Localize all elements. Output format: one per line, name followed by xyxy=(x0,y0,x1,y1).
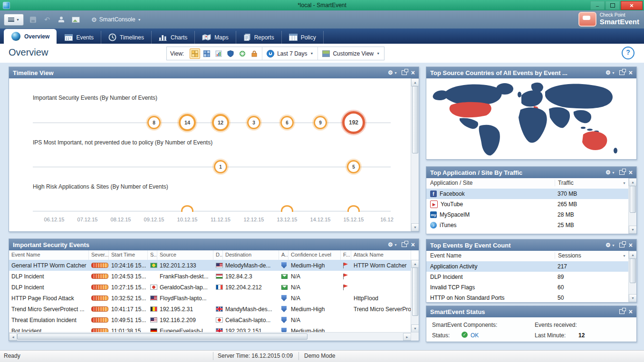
top-event-row[interactable]: Application Activity217 xyxy=(426,261,629,272)
save-button[interactable] xyxy=(28,14,38,25)
scroll-up-button[interactable]: ▲ xyxy=(411,78,419,86)
timeline-event-bubble[interactable]: 9 xyxy=(314,116,327,129)
column-header[interactable]: Sever... xyxy=(89,250,109,260)
tab-policy[interactable]: Policy xyxy=(282,31,324,44)
period-dropdown[interactable]: Last 7 Days▼ xyxy=(262,47,318,60)
tab-reports[interactable]: Reports xyxy=(236,31,282,44)
application-row[interactable]: fFacebook370 MB xyxy=(426,189,629,199)
column-header[interactable]: Source xyxy=(157,250,213,260)
tab-events[interactable]: Events xyxy=(58,31,101,44)
close-button[interactable]: × xyxy=(621,1,643,10)
gear-icon[interactable]: ⚙▼ xyxy=(606,69,615,76)
popout-icon[interactable] xyxy=(619,170,625,175)
popout-icon[interactable] xyxy=(402,70,407,75)
scroll-up-button[interactable]: ▲ xyxy=(411,260,419,268)
menu-button[interactable]: ▼ xyxy=(4,14,24,26)
maximize-button[interactable] xyxy=(606,1,620,10)
view-option-windows[interactable] xyxy=(190,48,200,59)
view-option-ips[interactable] xyxy=(225,48,236,59)
top-event-row[interactable]: DLP Incident89 xyxy=(426,272,629,282)
timeline-event-bubble[interactable]: 14 xyxy=(179,114,196,131)
close-icon[interactable]: × xyxy=(629,69,633,76)
gear-icon[interactable]: ⚙▼ xyxy=(388,69,397,76)
application-row[interactable]: myMySpaceIM28 MB xyxy=(426,210,629,220)
popout-icon[interactable] xyxy=(619,70,625,75)
top-event-row[interactable]: Invalid TCP Flags60 xyxy=(426,282,629,293)
timeline-event-bubble[interactable] xyxy=(181,205,193,212)
tab-charts[interactable]: Charts xyxy=(152,31,195,44)
view-option-tiles[interactable] xyxy=(202,48,212,59)
scroll-down-button[interactable]: ▼ xyxy=(629,294,636,302)
column-header[interactable]: A... xyxy=(279,250,288,260)
column-header[interactable]: Event Name xyxy=(430,252,461,259)
column-header[interactable]: Confidence Level xyxy=(288,250,341,260)
application-row[interactable]: ▶YouTube265 MB xyxy=(426,199,629,210)
sort-dropdown-icon[interactable]: ▼ xyxy=(623,254,626,257)
tab-maps[interactable]: Maps xyxy=(195,31,236,44)
gear-icon[interactable]: ⚙▼ xyxy=(388,241,397,248)
column-header[interactable]: Application / Site xyxy=(430,180,472,186)
gear-icon[interactable]: ⚙▼ xyxy=(606,169,615,176)
close-icon[interactable]: × xyxy=(411,69,415,76)
timeline-event-bubble[interactable]: 3 xyxy=(247,116,260,129)
scrollbar-thumb[interactable] xyxy=(412,267,418,316)
undo-button[interactable]: ↶ xyxy=(42,14,52,25)
timeline-event-bubble[interactable]: 8 xyxy=(147,116,161,129)
application-row[interactable]: ♪iTunes25 MB xyxy=(426,220,629,230)
event-table-row[interactable]: HTTP Page Flood Attack10:32:52 15...Floy… xyxy=(9,293,411,304)
customize-view-dropdown[interactable]: Customize View▼ xyxy=(318,47,384,60)
scroll-down-button[interactable]: ▼ xyxy=(411,223,419,231)
tab-timelines[interactable]: Timelines xyxy=(101,31,152,44)
column-header[interactable]: Sessions xyxy=(555,252,629,259)
vertical-scrollbar[interactable]: ▲ ▼ xyxy=(411,78,419,231)
view-option-antivirus[interactable] xyxy=(237,48,248,59)
popout-icon[interactable] xyxy=(619,243,625,248)
column-header[interactable]: Traffic xyxy=(555,180,629,186)
close-icon[interactable]: × xyxy=(629,242,633,248)
vertical-scrollbar[interactable]: ▲ ▼ xyxy=(411,260,419,333)
view-option-apps[interactable] xyxy=(213,48,224,59)
timeline-event-bubble[interactable]: 192 xyxy=(342,111,365,134)
sort-dropdown-icon[interactable]: ▼ xyxy=(623,181,626,185)
scrollbar-thumb[interactable] xyxy=(412,86,418,153)
column-header[interactable]: Attack Name xyxy=(351,250,411,260)
column-header[interactable]: Event Name xyxy=(9,250,89,260)
minimize-button[interactable]: – xyxy=(590,1,605,10)
timeline-event-bubble[interactable] xyxy=(347,205,360,212)
timeline-event-bubble[interactable]: 12 xyxy=(212,114,229,131)
popout-icon[interactable] xyxy=(402,242,407,247)
event-table-row[interactable]: Bot Incident11:01:38 15...EugeneEyelash-… xyxy=(9,325,411,333)
scrollbar-thumb[interactable] xyxy=(17,333,308,340)
scroll-up-button[interactable]: ▲ xyxy=(629,251,636,259)
vertical-scrollbar[interactable]: ▲ ▼ xyxy=(628,251,636,302)
smartconsole-menu[interactable]: ⚙SmartConsole▼ xyxy=(91,16,141,23)
screenshot-button[interactable] xyxy=(70,14,81,25)
close-icon[interactable]: × xyxy=(411,241,415,248)
timeline-event-bubble[interactable]: 6 xyxy=(280,116,294,129)
help-button[interactable]: ? xyxy=(622,47,634,59)
top-event-row[interactable]: HTTP on Non Standard Ports50 xyxy=(426,293,629,302)
timeline-event-bubble[interactable]: 1 xyxy=(214,160,227,173)
timeline-event-bubble[interactable] xyxy=(281,205,293,212)
scroll-right-button[interactable]: ► xyxy=(403,333,411,341)
event-table-row[interactable]: DLP Incident10:27:15 15...GeraldoCash-la… xyxy=(9,282,411,293)
user-button[interactable] xyxy=(56,14,67,25)
event-table-row[interactable]: General HTTP Worm Catcher10:24:16 15...1… xyxy=(9,260,411,271)
event-table-row[interactable]: DLP Incident10:24:53 15...FrankFlash-des… xyxy=(9,271,411,282)
scroll-down-button[interactable]: ▼ xyxy=(629,226,636,234)
column-header[interactable]: F... xyxy=(341,250,351,260)
scroll-down-button[interactable]: ▼ xyxy=(411,324,419,333)
horizontal-scrollbar[interactable]: ◄ ► xyxy=(9,332,411,341)
timeline-event-bubble[interactable]: 5 xyxy=(347,160,360,173)
world-map[interactable] xyxy=(426,78,636,159)
close-icon[interactable]: × xyxy=(629,308,633,315)
event-table-row[interactable]: Threat Emulation Incident10:49:51 15...1… xyxy=(9,314,411,325)
scrollbar-thumb[interactable] xyxy=(630,186,636,213)
column-header[interactable]: Start Time xyxy=(109,250,148,260)
scroll-left-button[interactable]: ◄ xyxy=(9,333,17,341)
column-header[interactable]: Destination xyxy=(223,250,279,260)
gear-icon[interactable]: ⚙▼ xyxy=(606,242,615,248)
column-header[interactable]: S... xyxy=(148,250,157,260)
tab-overview[interactable]: Overview xyxy=(4,29,57,44)
vertical-scrollbar[interactable]: ▲ ▼ xyxy=(628,178,636,234)
